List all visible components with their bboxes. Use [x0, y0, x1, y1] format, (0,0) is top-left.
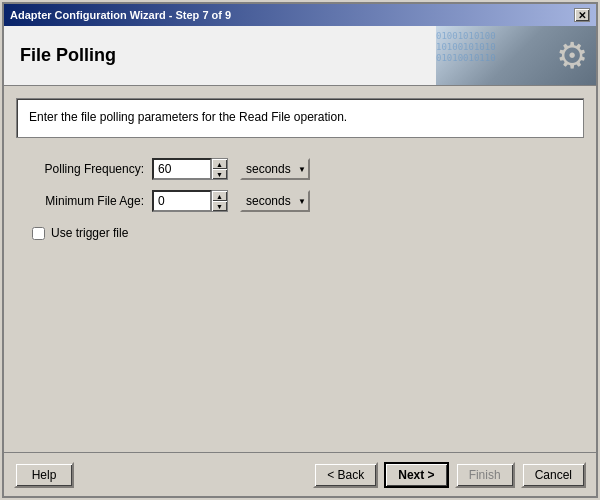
binary-decoration: 01001010100 10100101010 01010010110 — [436, 31, 546, 63]
button-bar: Help < Back Next > Finish Cancel — [4, 452, 596, 496]
description-box: Enter the file polling parameters for th… — [16, 98, 584, 138]
cancel-button[interactable]: Cancel — [521, 462, 586, 488]
use-trigger-file-row: Use trigger file — [24, 226, 576, 240]
finish-button[interactable]: Finish — [455, 462, 515, 488]
minimum-file-age-unit-select[interactable]: seconds minutes hours — [240, 190, 310, 212]
polling-frequency-input-group: ▲ ▼ — [152, 158, 228, 180]
window-title: Adapter Configuration Wizard - Step 7 of… — [10, 9, 231, 21]
page-title: File Polling — [20, 45, 116, 66]
use-trigger-file-checkbox[interactable] — [32, 227, 45, 240]
minimum-file-age-spinner: ▲ ▼ — [212, 190, 228, 212]
minimum-file-age-row: Minimum File Age: ▲ ▼ seconds minutes ho… — [24, 190, 576, 212]
polling-frequency-unit-wrapper: seconds minutes hours — [240, 158, 310, 180]
minimum-file-age-spin-up[interactable]: ▲ — [212, 191, 227, 201]
next-button[interactable]: Next > — [384, 462, 448, 488]
content-area: Enter the file polling parameters for th… — [4, 86, 596, 452]
polling-frequency-row: Polling Frequency: ▲ ▼ seconds minutes h… — [24, 158, 576, 180]
minimum-file-age-spin-down[interactable]: ▼ — [212, 201, 227, 211]
minimum-file-age-input[interactable] — [152, 190, 212, 212]
header-graphic: 01001010100 10100101010 01010010110 ⚙ — [436, 26, 596, 86]
polling-frequency-input[interactable] — [152, 158, 212, 180]
navigation-buttons: < Back Next > Finish Cancel — [313, 462, 586, 488]
help-button[interactable]: Help — [14, 462, 74, 488]
polling-frequency-spin-up[interactable]: ▲ — [212, 159, 227, 169]
title-bar: Adapter Configuration Wizard - Step 7 of… — [4, 4, 596, 26]
header-area: File Polling 01001010100 10100101010 010… — [4, 26, 596, 86]
polling-frequency-spin-down[interactable]: ▼ — [212, 169, 227, 179]
use-trigger-file-label[interactable]: Use trigger file — [51, 226, 128, 240]
minimum-file-age-unit-wrapper: seconds minutes hours — [240, 190, 310, 212]
description-text: Enter the file polling parameters for th… — [29, 110, 347, 124]
form-area: Polling Frequency: ▲ ▼ seconds minutes h… — [16, 154, 584, 244]
spacer — [16, 244, 584, 440]
polling-frequency-spinner: ▲ ▼ — [212, 158, 228, 180]
minimum-file-age-label: Minimum File Age: — [24, 194, 144, 208]
close-button[interactable]: ✕ — [574, 8, 590, 22]
polling-frequency-unit-select[interactable]: seconds minutes hours — [240, 158, 310, 180]
minimum-file-age-input-group: ▲ ▼ — [152, 190, 228, 212]
back-button[interactable]: < Back — [313, 462, 378, 488]
gear-icon: ⚙ — [556, 35, 588, 77]
wizard-window: Adapter Configuration Wizard - Step 7 of… — [2, 2, 598, 498]
polling-frequency-label: Polling Frequency: — [24, 162, 144, 176]
